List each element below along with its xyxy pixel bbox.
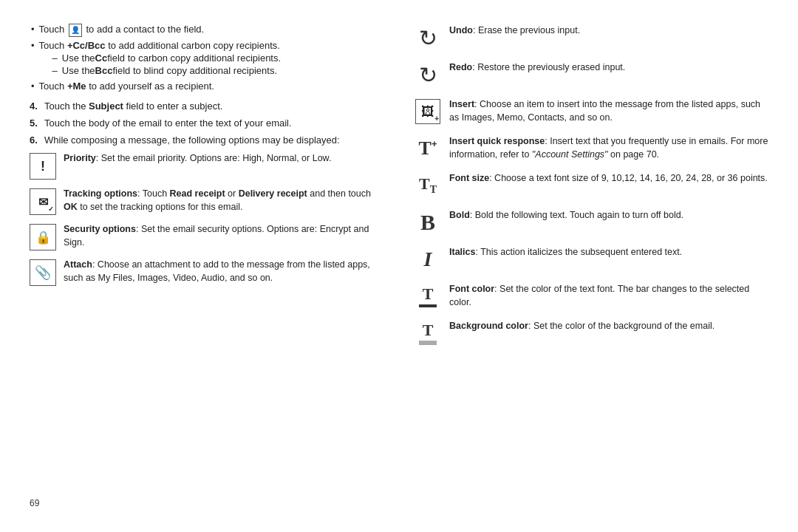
numbered-text-4: Touch the Subject field to enter a subje… bbox=[44, 100, 222, 112]
priority-text: Priority: Set the email priority. Option… bbox=[64, 151, 384, 165]
tplus-symbol: T+ bbox=[419, 137, 437, 160]
bcc-label: Bcc bbox=[95, 65, 113, 76]
numbered-item-6: 6. While composing a message, the follow… bbox=[30, 134, 384, 146]
undo-icon: ↺ bbox=[414, 24, 442, 52]
bold-symbol: B bbox=[420, 210, 435, 235]
numbered-item-4: 4. Touch the Subject field to enter a su… bbox=[30, 100, 384, 112]
insert-icon: 🖼 + bbox=[414, 98, 442, 126]
fontsize-text: Font size: Choose a text font size of 9,… bbox=[449, 171, 768, 185]
numbered-item-5: 5. Touch the body of the email to enter … bbox=[30, 117, 384, 129]
lock-symbol: 🔒 bbox=[35, 230, 51, 245]
bullet-text: Touch 👤 to add a contact to the field. bbox=[39, 24, 205, 37]
quickresponse-text: Insert quick response: Insert text that … bbox=[449, 134, 768, 161]
bgcolor-icon: T bbox=[414, 319, 442, 347]
bgcolor-symbol: T bbox=[419, 321, 437, 344]
bgcolor-text: Background color: Set the color of the b… bbox=[449, 319, 768, 332]
list-item: Touch +Me to add yourself as a recipient… bbox=[30, 81, 384, 92]
left-column: Touch 👤 to add a contact to the field. T… bbox=[30, 24, 384, 508]
attach-icon: 📎 bbox=[30, 259, 56, 286]
option-insert: 🖼 + Insert: Choose an item to insert int… bbox=[414, 98, 768, 126]
cc-label: Cc bbox=[95, 52, 108, 64]
italics-text: Italics: This action italicizes the subs… bbox=[449, 245, 768, 259]
undo-text: Undo: Erase the previous input. bbox=[449, 24, 768, 37]
bullet-text: Touch +Cc/Bcc to add additional carbon c… bbox=[39, 40, 282, 78]
priority-icon: ! bbox=[30, 153, 56, 180]
option-attach: 📎 Attach: Choose an attachment to add to… bbox=[30, 258, 384, 286]
page-number: 69 bbox=[30, 498, 384, 508]
insert-symbol: 🖼 + bbox=[415, 99, 440, 124]
contact-add-icon: 👤 bbox=[69, 24, 82, 37]
right-column: ↺ Undo: Erase the previous input. ↻ Redo… bbox=[414, 24, 768, 508]
option-undo: ↺ Undo: Erase the previous input. bbox=[414, 24, 768, 52]
numbered-text-6: While composing a message, the following… bbox=[44, 134, 340, 146]
option-bold: B Bold: Bold the following text. Touch a… bbox=[414, 208, 768, 236]
num-4: 4. bbox=[30, 100, 40, 112]
undo-symbol: ↺ bbox=[419, 25, 437, 51]
security-icon: 🔒 bbox=[30, 224, 56, 250]
fontcolor-icon: T bbox=[414, 282, 442, 310]
list-item: Touch +Cc/Bcc to add additional carbon c… bbox=[30, 40, 384, 78]
option-tracking: ✉ ✓ Tracking options: Touch Read receipt… bbox=[30, 187, 384, 215]
bold-text: Bold: Bold the following text. Touch aga… bbox=[449, 208, 768, 222]
tracking-icon: ✉ ✓ bbox=[30, 188, 56, 215]
ccbcc-label: +Cc/Bcc bbox=[67, 40, 106, 51]
option-fontsize: TT Font size: Choose a text font size of… bbox=[414, 171, 768, 200]
option-italics: I Italics: This action italicizes the su… bbox=[414, 245, 768, 273]
fontcolor-text: Font color: Set the color of the text fo… bbox=[449, 282, 768, 309]
italics-icon: I bbox=[414, 245, 442, 273]
redo-icon: ↻ bbox=[414, 61, 442, 89]
insert-text: Insert: Choose an item to insert into th… bbox=[449, 98, 768, 124]
bullet-list: Touch 👤 to add a contact to the field. T… bbox=[30, 24, 384, 95]
num-6: 6. bbox=[30, 134, 40, 146]
numbered-text-5: Touch the body of the email to enter the… bbox=[44, 117, 292, 129]
redo-symbol: ↻ bbox=[419, 62, 437, 88]
list-item: Touch 👤 to add a contact to the field. bbox=[30, 24, 384, 37]
option-priority: ! Priority: Set the email priority. Opti… bbox=[30, 151, 384, 180]
insert-plus-symbol: + bbox=[434, 115, 439, 123]
sub-list-item: Use the Bcc field to blind copy addition… bbox=[52, 65, 282, 76]
page: Touch 👤 to add a contact to the field. T… bbox=[0, 0, 798, 532]
fontcolor-symbol: T bbox=[419, 285, 437, 307]
option-quickresponse: T+ Insert quick response: Insert text th… bbox=[414, 134, 768, 163]
option-security: 🔒 Security options: Set the email securi… bbox=[30, 222, 384, 250]
exclamation-symbol: ! bbox=[41, 159, 45, 174]
attach-text: Attach: Choose an attachment to add to t… bbox=[64, 258, 384, 284]
option-redo: ↻ Redo: Restore the previously erased in… bbox=[414, 61, 768, 89]
envelope-symbol: ✉ bbox=[38, 195, 48, 209]
redo-text: Redo: Restore the previously erased inpu… bbox=[449, 61, 768, 74]
me-label: +Me bbox=[67, 81, 86, 92]
check-symbol: ✓ bbox=[48, 205, 54, 213]
option-fontcolor: T Font color: Set the color of the text … bbox=[414, 282, 768, 310]
italics-symbol: I bbox=[424, 248, 432, 271]
security-text: Security options: Set the email security… bbox=[64, 222, 384, 249]
tracking-text: Tracking options: Touch Read receipt or … bbox=[64, 187, 384, 214]
sub-list: Use the Cc field to carbon copy addition… bbox=[52, 52, 282, 76]
tt-icon: TT bbox=[414, 171, 442, 200]
paperclip-symbol: 📎 bbox=[35, 265, 51, 281]
option-bgcolor: T Background color: Set the color of the… bbox=[414, 319, 768, 347]
num-5: 5. bbox=[30, 117, 40, 129]
tplus-icon: T+ bbox=[414, 134, 442, 163]
bold-icon: B bbox=[414, 208, 442, 236]
sub-list-item: Use the Cc field to carbon copy addition… bbox=[52, 52, 282, 64]
bullet-text: Touch +Me to add yourself as a recipient… bbox=[39, 81, 214, 92]
tt-symbol: TT bbox=[419, 174, 437, 196]
